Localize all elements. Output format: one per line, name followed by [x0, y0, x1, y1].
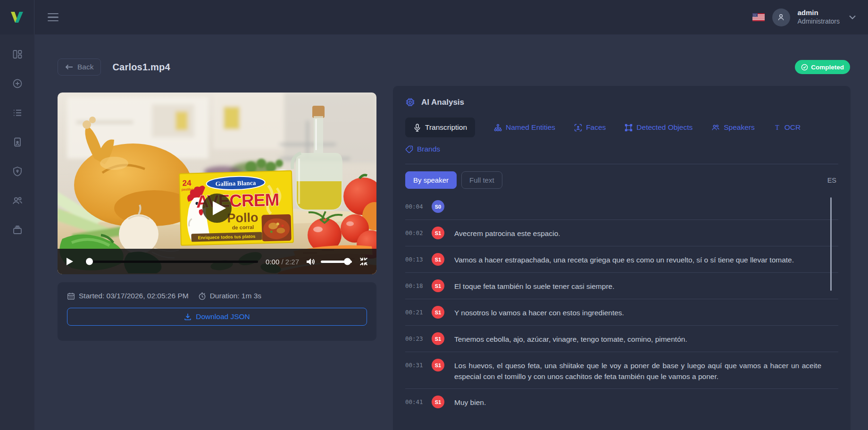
back-label: Back	[77, 63, 93, 71]
transcript-text	[454, 200, 838, 211]
by-speaker-button[interactable]: By speaker	[405, 171, 457, 189]
object-frame-icon	[625, 124, 633, 132]
transcript-row[interactable]: 00:18 S1 El toque feta también lo suele …	[405, 272, 838, 299]
tab-brands[interactable]: Brands	[405, 139, 440, 159]
transcript-text: Vamos a hacer estrapachada, una receta g…	[454, 253, 838, 265]
tab-speakers[interactable]: Speakers	[711, 118, 754, 137]
user-name: admin	[798, 8, 840, 17]
fullscreen-icon[interactable]	[359, 257, 368, 266]
speaker-badge[interactable]: S1	[432, 279, 444, 292]
time-separator: /	[279, 258, 285, 266]
chip-icon	[405, 97, 415, 107]
timestamp: 00:18	[405, 279, 432, 289]
language-badge: ES	[827, 177, 836, 184]
download-label: Download JSON	[196, 312, 250, 321]
product-count: 24	[182, 178, 192, 188]
transcript-text: Los huevos, el queso feta, una shiitake …	[454, 359, 838, 382]
speaker-badge[interactable]: S1	[432, 396, 444, 408]
speaker-badge[interactable]: S1	[432, 332, 444, 345]
back-button[interactable]: Back	[58, 59, 101, 76]
timestamp: 00:23	[405, 332, 432, 342]
time-current: 0:00	[266, 258, 279, 266]
sidebar	[0, 34, 34, 430]
status-label: Completed	[811, 64, 844, 71]
speaker-badge[interactable]: S1	[432, 359, 444, 371]
person-icon	[776, 13, 785, 22]
user-menu[interactable]: admin Administrators	[798, 8, 840, 25]
app-logo[interactable]	[0, 0, 34, 34]
started-label: Started: 03/17/2026, 02:05:26 PM	[79, 292, 189, 300]
analysis-tabs: Transcription Named Entities Faces Detec…	[405, 118, 838, 159]
time-display: 0:00 / 2:27	[266, 258, 299, 266]
id-card-icon[interactable]	[12, 136, 23, 148]
tab-named-entities[interactable]: Named Entities	[494, 118, 555, 137]
face-icon	[574, 124, 582, 132]
ai-analysis-panel: AI Analysis Transcription Named Entities…	[393, 86, 851, 430]
transcript-row[interactable]: 00:21 S1 Y nosotros lo vamos a hacer con…	[405, 299, 838, 325]
seek-knob[interactable]	[86, 258, 93, 265]
download-json-button[interactable]: Download JSON	[67, 308, 367, 326]
logo-v-icon	[9, 11, 25, 24]
add-icon[interactable]	[12, 78, 23, 89]
transcript-list: 00:04 S0 00:02 S1 Avecrem patrocina este…	[405, 194, 838, 415]
archive-icon[interactable]	[12, 224, 23, 236]
dashboard-icon[interactable]	[12, 49, 23, 60]
people-icon	[711, 124, 720, 131]
calendar-icon	[67, 292, 75, 300]
product-brand: Gallina Blanca	[215, 179, 256, 187]
ai-analysis-title: AI Analysis	[421, 98, 464, 107]
transcript-text: Tenemos cebolla, ajo, azúcar, vinagre, t…	[454, 332, 838, 345]
timestamp: 00:13	[405, 253, 432, 263]
transcript-row[interactable]: 00:02 S1 Avecrem patrocina este espacio.	[405, 219, 838, 246]
volume-icon[interactable]	[306, 258, 315, 266]
speaker-badge[interactable]: S1	[432, 253, 444, 266]
tab-ocr[interactable]: T OCR	[774, 118, 801, 137]
shield-icon[interactable]	[12, 166, 23, 177]
transcript-row[interactable]: 00:31 S1 Los huevos, el queso feta, una …	[405, 352, 838, 388]
transcript-row[interactable]: 00:23 S1 Tenemos cebolla, ajo, azúcar, v…	[405, 325, 838, 352]
transcript-row[interactable]: 00:04 S0	[405, 194, 838, 219]
mic-icon	[413, 124, 421, 132]
transcript-row[interactable]: 00:13 S1 Vamos a hacer estrapachada, una…	[405, 246, 838, 272]
speaker-badge[interactable]: S0	[432, 200, 444, 213]
chevron-down-icon[interactable]	[849, 15, 856, 19]
letter-t-icon: T	[774, 124, 781, 131]
transcript-text: El toque feta también lo suele tener cas…	[454, 279, 838, 292]
user-role: Administrators	[798, 17, 840, 26]
view-toggle-row: By speaker Full text ES	[405, 171, 838, 189]
check-circle-icon	[801, 64, 808, 71]
timestamp: 00:41	[405, 396, 432, 405]
tabs-divider	[405, 164, 838, 164]
duration-meta: Duration: 1m 3s	[198, 292, 261, 300]
video-player[interactable]: Gallina Blanca 24 pastillas AVECREM Poll…	[58, 93, 376, 274]
scrollbar-thumb[interactable]	[830, 197, 832, 291]
user-avatar[interactable]	[772, 8, 790, 26]
tab-faces[interactable]: Faces	[574, 118, 606, 137]
volume-knob[interactable]	[344, 258, 351, 265]
seek-bar[interactable]	[85, 261, 258, 263]
play-button[interactable]	[66, 257, 76, 266]
full-text-button[interactable]: Full text	[461, 171, 502, 189]
hamburger-icon[interactable]	[48, 13, 58, 22]
svg-text:T: T	[775, 124, 779, 131]
speaker-badge[interactable]: S1	[432, 227, 444, 239]
speaker-badge[interactable]: S1	[432, 306, 444, 319]
job-info-card: Started: 03/17/2026, 02:05:26 PM Duratio…	[58, 282, 376, 341]
timestamp: 00:02	[405, 227, 432, 236]
tab-transcription[interactable]: Transcription	[405, 118, 475, 137]
tag-icon	[405, 145, 413, 153]
transcript-text: Y nosotros lo vamos a hacer con estos in…	[454, 306, 838, 318]
tasks-icon[interactable]	[12, 107, 23, 118]
timestamp: 00:21	[405, 306, 432, 316]
tab-detected-objects[interactable]: Detected Objects	[625, 118, 693, 137]
product-variant-sub: de corral	[232, 224, 254, 230]
transcript-text: Avecrem patrocina este espacio.	[454, 227, 838, 239]
main-content: Back Carlos1.mp4 Completed	[34, 34, 868, 430]
started-meta: Started: 03/17/2026, 02:05:26 PM	[67, 292, 189, 300]
transcript-row[interactable]: 00:41 S1 Muy bien.	[405, 388, 838, 415]
us-flag-icon[interactable]	[752, 13, 765, 21]
users-icon[interactable]	[11, 195, 24, 206]
play-overlay-icon	[202, 194, 232, 223]
volume-slider[interactable]	[321, 261, 352, 263]
timestamp: 00:31	[405, 359, 432, 369]
